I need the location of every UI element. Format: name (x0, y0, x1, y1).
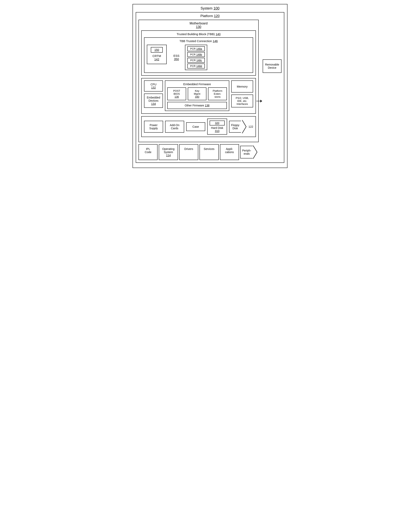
pcr-148c: PCR 148c (187, 58, 205, 63)
page: System 100 Platform 120 Motherboard130 (133, 4, 287, 168)
ipl-code-box: IPLCode (138, 144, 158, 160)
crtm-label: CRTM 142 (151, 54, 163, 61)
applications-box: Appli-cations (220, 144, 239, 160)
bracket-122-chevron (242, 120, 247, 134)
embedded-devices-box: EmbeddedDevices134 (144, 93, 163, 108)
middle-section: CPU132 EmbeddedDevices134 Embedded Firmw… (141, 78, 256, 114)
tbb-connection-label: TBB Trusted Connection 146 (147, 39, 250, 43)
cpu-col: CPU132 EmbeddedDevices134 (144, 80, 163, 108)
peripherals-outer: Periph-erals (240, 144, 259, 160)
memory-col: Memory PS/2, USB,IDE, etc.Interfaces (231, 80, 253, 107)
memory-box: Memory (231, 80, 253, 93)
platform-devices-row: PowerSupply Add-OnCards Case 320 (141, 116, 256, 137)
pcr-148b: PCR 148b (187, 52, 205, 57)
bottom-row-wrapper: IPLCode OperatingSystem114 Drivers Servi… (138, 144, 259, 160)
ess-pcr-row: ESS 350 PCR 148a PC (171, 45, 250, 70)
platform-number: 120 (214, 14, 219, 18)
operating-system-box: OperatingSystem114 (159, 144, 178, 160)
floppy-outer: FloppyDisk 122 (229, 120, 253, 134)
removable-device-col: RemovableDevice (259, 59, 282, 73)
hard-disk-inner: 320 (210, 120, 225, 125)
motherboard-label: Motherboard130 (141, 22, 256, 29)
hard-disk-box: 320 Hard Disk310 (207, 119, 227, 135)
tbb-label: Trusted Building Block (TBB) 140 (144, 32, 253, 36)
other-firmware-box: Other Firmware 138 (167, 102, 227, 109)
platform-120-box: Platform 120 Motherboard130 Trusted Buil… (136, 12, 284, 163)
fw-inner-row: POSTBIOS136 KeyMgmt340 PlatformExten-sio… (167, 87, 227, 100)
tbb-connection-146-box: TBB Trusted Connection 146 150 (144, 37, 253, 73)
tbb-number: 140 (216, 32, 220, 36)
addon-cards-box: Add-OnCards (165, 121, 184, 133)
system-label: System 100 (136, 6, 284, 11)
services-box: Services (200, 144, 218, 160)
system-100-box: System 100 Platform 120 Motherboard130 (133, 4, 287, 168)
case-box: Case (186, 122, 205, 131)
tbb-connection-number: 146 (213, 39, 218, 43)
removable-device-box: RemovableDevice (263, 59, 282, 73)
pcr-148a: PCR 148a (187, 46, 205, 51)
motherboard-number: 130 (196, 25, 201, 29)
pcr-148d: PCR 148d (187, 64, 205, 68)
key-mgmt-box: KeyMgmt340 (188, 87, 207, 100)
crtm-box: 150 CRTM 142 (147, 45, 167, 64)
platform-label: Platform 120 (138, 14, 282, 18)
floppy-disk-box: FloppyDisk (229, 121, 241, 133)
outer-layout: Motherboard130 Trusted Building Block (T… (138, 20, 282, 160)
bottom-row: IPLCode OperatingSystem114 Drivers Servi… (138, 144, 259, 160)
motherboard-130-box: Motherboard130 Trusted Building Block (T… (138, 20, 259, 142)
main-content: Motherboard130 Trusted Building Block (T… (138, 20, 259, 160)
post-bios-box: POSTBIOS136 (167, 87, 186, 100)
tbb-140-box: Trusted Building Block (TBB) 140 TBB Tru… (141, 30, 256, 76)
embedded-firmware-col: Embedded Firmware POSTBIOS136 KeyMgmt340 (165, 80, 229, 111)
platform-extensions-box: PlatformExten-sions (208, 87, 227, 100)
arrow-to-removable (256, 100, 262, 103)
ess-box: ESS 350 (171, 52, 182, 63)
pcr-group: PCR 148a PCR 148b PCR 148c (185, 45, 207, 70)
peripherals-box: Periph-erals (240, 146, 253, 159)
cpu-box: CPU132 (144, 80, 163, 92)
bracket-112-chevron (253, 145, 258, 159)
tbb-inner-row: 150 CRTM 142 (147, 45, 250, 70)
power-supply-box: PowerSupply (144, 121, 163, 133)
bottom-row-container: IPLCode OperatingSystem114 Drivers Servi… (138, 144, 259, 160)
system-number: 100 (213, 6, 219, 10)
drivers-box: Drivers (179, 144, 198, 160)
interfaces-wrapper: PS/2, USB,IDE, etc.Interfaces (231, 94, 253, 107)
bracket-122-label: 122 (249, 125, 253, 128)
interfaces-box: PS/2, USB,IDE, etc.Interfaces (231, 94, 253, 107)
embedded-fw-label: Embedded Firmware (167, 82, 227, 86)
hard-disk-label: Hard Disk310 (210, 126, 225, 133)
crtm-inner-number: 150 (151, 47, 163, 53)
